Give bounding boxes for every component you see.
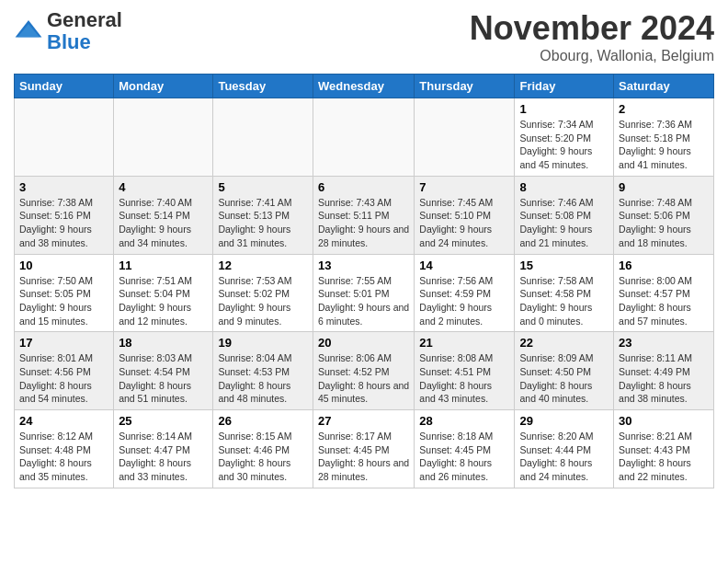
calendar-week-4: 17Sunrise: 8:01 AMSunset: 4:56 PMDayligh… — [15, 332, 714, 410]
calendar-cell: 12Sunrise: 7:53 AMSunset: 5:02 PMDayligh… — [213, 254, 313, 332]
day-number: 6 — [318, 180, 409, 194]
day-number: 4 — [119, 180, 208, 194]
day-number: 22 — [519, 336, 609, 350]
logo-text: General Blue — [47, 9, 122, 53]
day-info: Sunrise: 8:21 AMSunset: 4:43 PMDaylight:… — [619, 430, 709, 484]
col-friday: Friday — [515, 75, 614, 98]
day-info: Sunrise: 8:17 AMSunset: 4:45 PMDaylight:… — [318, 430, 409, 484]
day-number: 10 — [19, 259, 108, 272]
calendar-cell: 4Sunrise: 7:40 AMSunset: 5:14 PMDaylight… — [114, 176, 213, 254]
day-number: 1 — [519, 102, 609, 116]
calendar-cell: 5Sunrise: 7:41 AMSunset: 5:13 PMDaylight… — [213, 176, 313, 254]
calendar-page: General Blue November 2024 Obourg, Wallo… — [0, 0, 728, 563]
day-info: Sunrise: 7:58 AMSunset: 4:58 PMDaylight:… — [519, 274, 609, 328]
calendar-table: Sunday Monday Tuesday Wednesday Thursday… — [14, 74, 714, 488]
day-info: Sunrise: 7:38 AMSunset: 5:16 PMDaylight:… — [19, 196, 108, 250]
day-number: 15 — [519, 259, 609, 272]
day-info: Sunrise: 7:48 AMSunset: 5:06 PMDaylight:… — [619, 196, 709, 250]
day-number: 17 — [19, 336, 108, 350]
calendar-cell: 24Sunrise: 8:12 AMSunset: 4:48 PMDayligh… — [15, 410, 114, 488]
day-number: 8 — [519, 180, 609, 194]
day-number: 26 — [218, 414, 308, 428]
logo-general: General — [47, 8, 122, 31]
day-info: Sunrise: 7:53 AMSunset: 5:02 PMDaylight:… — [218, 274, 308, 328]
header-row: Sunday Monday Tuesday Wednesday Thursday… — [15, 75, 714, 98]
logo-icon — [14, 17, 43, 46]
day-number: 7 — [419, 180, 509, 194]
calendar-cell: 29Sunrise: 8:20 AMSunset: 4:44 PMDayligh… — [515, 410, 614, 488]
day-number: 25 — [119, 414, 208, 428]
calendar-cell: 18Sunrise: 8:03 AMSunset: 4:54 PMDayligh… — [114, 332, 213, 410]
day-info: Sunrise: 8:08 AMSunset: 4:51 PMDaylight:… — [419, 351, 509, 406]
calendar-cell — [114, 98, 213, 177]
calendar-cell: 3Sunrise: 7:38 AMSunset: 5:16 PMDaylight… — [15, 176, 114, 254]
day-number: 3 — [19, 180, 108, 194]
day-info: Sunrise: 8:04 AMSunset: 4:53 PMDaylight:… — [218, 351, 308, 406]
day-info: Sunrise: 7:40 AMSunset: 5:14 PMDaylight:… — [119, 196, 208, 250]
day-number: 28 — [419, 414, 509, 428]
day-info: Sunrise: 8:03 AMSunset: 4:54 PMDaylight:… — [119, 351, 208, 406]
day-info: Sunrise: 8:15 AMSunset: 4:46 PMDaylight:… — [218, 430, 308, 484]
calendar-cell — [213, 98, 313, 177]
col-thursday: Thursday — [415, 75, 515, 98]
calendar-cell: 28Sunrise: 8:18 AMSunset: 4:45 PMDayligh… — [415, 410, 515, 488]
day-number: 14 — [419, 259, 509, 272]
day-number: 5 — [218, 180, 308, 194]
col-saturday: Saturday — [614, 75, 714, 98]
calendar-cell: 8Sunrise: 7:46 AMSunset: 5:08 PMDaylight… — [515, 176, 614, 254]
day-number: 20 — [318, 336, 409, 350]
calendar-week-2: 3Sunrise: 7:38 AMSunset: 5:16 PMDaylight… — [15, 176, 714, 254]
calendar-cell: 22Sunrise: 8:09 AMSunset: 4:50 PMDayligh… — [515, 332, 614, 410]
logo: General Blue — [14, 9, 122, 53]
header: General Blue November 2024 Obourg, Wallo… — [14, 9, 714, 64]
day-number: 24 — [19, 414, 108, 428]
calendar-cell: 30Sunrise: 8:21 AMSunset: 4:43 PMDayligh… — [614, 410, 714, 488]
day-info: Sunrise: 7:50 AMSunset: 5:05 PMDaylight:… — [19, 274, 108, 328]
day-info: Sunrise: 7:45 AMSunset: 5:10 PMDaylight:… — [419, 196, 509, 250]
calendar-cell: 23Sunrise: 8:11 AMSunset: 4:49 PMDayligh… — [614, 332, 714, 410]
day-number: 27 — [318, 414, 409, 428]
title-block: November 2024 Obourg, Wallonia, Belgium — [470, 9, 714, 64]
calendar-cell: 6Sunrise: 7:43 AMSunset: 5:11 PMDaylight… — [313, 176, 414, 254]
day-info: Sunrise: 8:12 AMSunset: 4:48 PMDaylight:… — [19, 430, 108, 484]
day-number: 30 — [619, 414, 709, 428]
calendar-cell: 21Sunrise: 8:08 AMSunset: 4:51 PMDayligh… — [415, 332, 515, 410]
calendar-cell: 9Sunrise: 7:48 AMSunset: 5:06 PMDaylight… — [614, 176, 714, 254]
logo-blue: Blue — [47, 30, 91, 53]
day-number: 29 — [519, 414, 609, 428]
day-info: Sunrise: 8:06 AMSunset: 4:52 PMDaylight:… — [318, 351, 409, 406]
calendar-cell — [415, 98, 515, 177]
col-monday: Monday — [114, 75, 213, 98]
calendar-cell: 10Sunrise: 7:50 AMSunset: 5:05 PMDayligh… — [15, 254, 114, 332]
calendar-cell: 16Sunrise: 8:00 AMSunset: 4:57 PMDayligh… — [614, 254, 714, 332]
day-info: Sunrise: 8:09 AMSunset: 4:50 PMDaylight:… — [519, 351, 609, 406]
day-info: Sunrise: 8:11 AMSunset: 4:49 PMDaylight:… — [619, 351, 709, 406]
calendar-week-1: 1Sunrise: 7:34 AMSunset: 5:20 PMDaylight… — [15, 98, 714, 177]
day-number: 18 — [119, 336, 208, 350]
day-info: Sunrise: 8:18 AMSunset: 4:45 PMDaylight:… — [419, 430, 509, 484]
calendar-subtitle: Obourg, Wallonia, Belgium — [470, 48, 714, 64]
calendar-cell: 19Sunrise: 8:04 AMSunset: 4:53 PMDayligh… — [213, 332, 313, 410]
calendar-cell: 27Sunrise: 8:17 AMSunset: 4:45 PMDayligh… — [313, 410, 414, 488]
col-tuesday: Tuesday — [213, 75, 313, 98]
day-info: Sunrise: 7:41 AMSunset: 5:13 PMDaylight:… — [218, 196, 308, 250]
calendar-week-5: 24Sunrise: 8:12 AMSunset: 4:48 PMDayligh… — [15, 410, 714, 488]
calendar-cell — [313, 98, 414, 177]
day-info: Sunrise: 7:36 AMSunset: 5:18 PMDaylight:… — [619, 118, 709, 172]
calendar-cell: 14Sunrise: 7:56 AMSunset: 4:59 PMDayligh… — [415, 254, 515, 332]
calendar-cell: 15Sunrise: 7:58 AMSunset: 4:58 PMDayligh… — [515, 254, 614, 332]
day-info: Sunrise: 8:01 AMSunset: 4:56 PMDaylight:… — [19, 351, 108, 406]
calendar-cell: 17Sunrise: 8:01 AMSunset: 4:56 PMDayligh… — [15, 332, 114, 410]
day-number: 16 — [619, 259, 709, 272]
col-wednesday: Wednesday — [313, 75, 414, 98]
day-number: 23 — [619, 336, 709, 350]
day-info: Sunrise: 7:46 AMSunset: 5:08 PMDaylight:… — [519, 196, 609, 250]
calendar-cell: 11Sunrise: 7:51 AMSunset: 5:04 PMDayligh… — [114, 254, 213, 332]
calendar-cell — [15, 98, 114, 177]
calendar-cell: 20Sunrise: 8:06 AMSunset: 4:52 PMDayligh… — [313, 332, 414, 410]
day-info: Sunrise: 8:20 AMSunset: 4:44 PMDaylight:… — [519, 430, 609, 484]
day-info: Sunrise: 7:43 AMSunset: 5:11 PMDaylight:… — [318, 196, 409, 250]
day-info: Sunrise: 7:55 AMSunset: 5:01 PMDaylight:… — [318, 274, 409, 328]
day-info: Sunrise: 7:51 AMSunset: 5:04 PMDaylight:… — [119, 274, 208, 328]
calendar-week-3: 10Sunrise: 7:50 AMSunset: 5:05 PMDayligh… — [15, 254, 714, 332]
